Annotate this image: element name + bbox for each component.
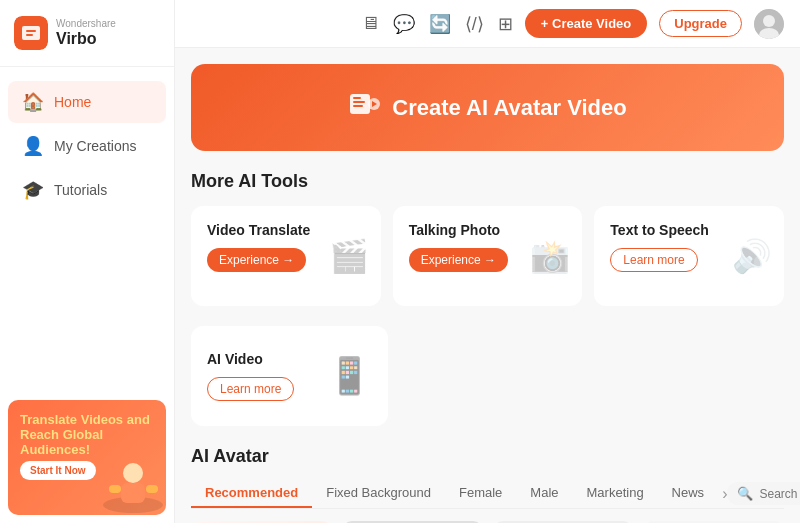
tab-marketing[interactable]: Marketing [573,479,658,508]
more-tools-title: More AI Tools [191,171,784,192]
logo-brand: Wondershare [56,18,116,30]
svg-rect-1 [22,26,40,40]
creations-icon: 👤 [22,135,44,157]
tool-card-ai-video: AI Video Learn more 📱 [191,326,388,426]
svg-rect-6 [121,483,145,503]
tutorials-icon: 🎓 [22,179,44,201]
search-icon: 🔍 [737,486,753,501]
tool-btn-ai-video[interactable]: Learn more [207,377,294,401]
sidebar-item-home[interactable]: 🏠 Home [8,81,166,123]
sidebar: Wondershare Virbo 🏠 Home 👤 My Creations … [0,0,175,523]
chat-icon[interactable]: 💬 [393,13,415,35]
sidebar-item-home-label: Home [54,94,91,110]
ai-video-decoration: 📱 [327,355,372,397]
tab-recommended[interactable]: Recommended [191,479,312,508]
banner-image [101,455,166,515]
tool-btn-text-to-speech[interactable]: Learn more [610,248,697,272]
sidebar-nav: 🏠 Home 👤 My Creations 🎓 Tutorials [0,67,174,392]
tool-title-ai-video: AI Video [207,351,294,367]
svg-rect-16 [353,101,365,103]
tools-grid: Video Translate Experience → 🎬 Talking P… [191,206,784,306]
home-icon: 🏠 [22,91,44,113]
svg-point-5 [123,463,143,483]
app-logo: Wondershare Virbo [0,0,174,67]
ai-avatar-title: AI Avatar [191,446,784,467]
header-icons: 🖥 💬 🔄 ⟨/⟩ ⊞ [361,13,513,35]
sidebar-promo-banner: Translate Videos and Reach Global Audien… [8,400,166,515]
grid-icon[interactable]: ⊞ [498,13,513,35]
create-video-button[interactable]: + Create Video [525,9,647,38]
svg-rect-3 [26,34,33,36]
svg-rect-15 [353,97,361,99]
header: 🖥 💬 🔄 ⟨/⟩ ⊞ + Create Video Upgrade [175,0,800,48]
svg-rect-17 [353,105,363,107]
text-to-speech-decoration: 🔊 [732,237,772,275]
sidebar-item-creations[interactable]: 👤 My Creations [8,125,166,167]
video-translate-decoration: 🎬 [329,237,369,275]
sidebar-item-creations-label: My Creations [54,138,136,154]
tab-fixed-background[interactable]: Fixed Background [312,479,445,508]
talking-photo-decoration: 📸 [530,237,570,275]
tab-male[interactable]: Male [516,479,572,508]
sidebar-item-tutorials[interactable]: 🎓 Tutorials [8,169,166,211]
hero-label: Create AI Avatar Video [392,95,626,121]
banner-title: Translate Videos and Reach Global Audien… [20,412,154,457]
hero-banner[interactable]: Create AI Avatar Video [191,64,784,151]
tool-card-video-translate: Video Translate Experience → 🎬 [191,206,381,306]
tool-btn-talking-photo[interactable]: Experience → [409,248,508,272]
tool-btn-video-translate[interactable]: Experience → [207,248,306,272]
tool-title-talking-photo: Talking Photo [409,222,567,238]
user-avatar[interactable] [754,9,784,39]
banner-title-highlight: Translate Videos [20,412,123,427]
upgrade-button[interactable]: Upgrade [659,10,742,37]
tool-title-text-to-speech: Text to Speech [610,222,768,238]
sidebar-item-tutorials-label: Tutorials [54,182,107,198]
svg-rect-8 [146,485,158,493]
svg-rect-2 [26,30,36,32]
tool-title-video-translate: Video Translate [207,222,365,238]
tab-news[interactable]: News [658,479,719,508]
avatar-tabs: Recommended Fixed Background Female Male… [191,479,784,509]
tab-search-box[interactable]: 🔍 [727,482,800,505]
logo-name: Virbo [56,30,116,48]
logo-icon [14,16,48,50]
banner-start-button[interactable]: Start It Now [20,461,96,480]
refresh-icon[interactable]: 🔄 [429,13,451,35]
svg-rect-7 [109,485,121,493]
tool-card-text-to-speech: Text to Speech Learn more 🔊 [594,206,784,306]
svg-point-10 [763,15,775,27]
tool-card-talking-photo: Talking Photo Experience → 📸 [393,206,583,306]
content-area: Create AI Avatar Video More AI Tools Vid… [175,48,800,523]
hero-icon [348,88,380,127]
code-icon[interactable]: ⟨/⟩ [465,13,484,35]
monitor-icon[interactable]: 🖥 [361,13,379,34]
main-content: 🖥 💬 🔄 ⟨/⟩ ⊞ + Create Video Upgrade [175,0,800,523]
tab-female[interactable]: Female [445,479,516,508]
search-input[interactable] [759,487,800,501]
